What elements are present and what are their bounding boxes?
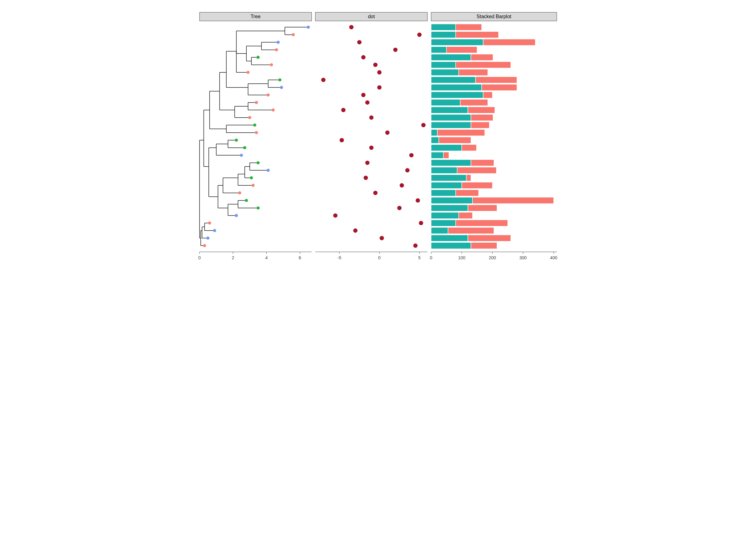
tree-tip-point [292, 33, 295, 36]
tree-tip-point [203, 244, 206, 247]
tree-tip-point [270, 63, 273, 66]
bar-segment-red [468, 205, 497, 211]
tree-tip-point [238, 191, 241, 195]
tree-tip-point [246, 71, 249, 74]
bar-segment-teal [431, 197, 472, 204]
dot-point [393, 48, 398, 52]
dot-x-tick-label: -5 [337, 255, 341, 260]
bar-segment-red [458, 213, 472, 219]
facet-chart: TreedotStacked Barplot0246-5050100200300… [193, 6, 563, 268]
tree-tip-point [255, 101, 258, 104]
dot-point [369, 115, 373, 120]
bar-segment-teal [431, 69, 459, 76]
chart-svg: TreedotStacked Barplot0246-5050100200300… [193, 6, 563, 268]
tree-tip-point [276, 41, 279, 44]
bar-segment-red [455, 220, 508, 226]
dot-point [421, 123, 426, 127]
bar-segment-red [457, 167, 496, 174]
tree-tip-point [245, 199, 248, 202]
bar-segment-teal [431, 145, 462, 151]
bar-segment-red [439, 137, 471, 144]
bar-segment-red [471, 122, 489, 128]
dot-plot [321, 25, 426, 248]
bar-segment-red [472, 197, 554, 204]
tree-tip-point [251, 184, 254, 187]
dot-point [333, 213, 338, 218]
bar-segment-teal [431, 167, 457, 174]
bar-x-tick-label: 0 [430, 255, 432, 260]
stacked-bar-plot [431, 24, 554, 249]
dot-point [397, 206, 401, 210]
bar-segment-red [446, 47, 477, 53]
bar-segment-teal [431, 122, 471, 128]
tree-tip-point [257, 161, 260, 164]
dot-point [417, 33, 422, 37]
tree-tip-point [248, 116, 251, 119]
dot-point [361, 93, 365, 97]
bar-segment-red [443, 152, 449, 159]
bar-segment-red [466, 175, 471, 181]
tree-tip-point [257, 56, 260, 59]
bar-segment-teal [431, 100, 460, 106]
bar-segment-teal [431, 190, 456, 196]
dot-point [379, 236, 384, 240]
dot-point [385, 131, 390, 135]
tree-plot [199, 25, 310, 247]
dot-point [409, 153, 414, 157]
dot-panel-title: dot [368, 14, 375, 19]
bar-segment-teal [431, 213, 459, 219]
bar-segment-teal [431, 137, 439, 144]
dot-point [353, 228, 357, 233]
bar-segment-teal [431, 129, 437, 136]
tree-tip-point [206, 236, 209, 239]
tree-tip-point [272, 108, 275, 111]
tree-tip-point [239, 154, 243, 157]
bar-x-tick-label: 200 [489, 255, 496, 260]
dot-point [419, 221, 423, 225]
tree-tip-point [257, 206, 260, 209]
bar-segment-teal [431, 175, 466, 181]
dot-point [357, 40, 361, 44]
bar-segment-teal [431, 47, 446, 53]
dot-point [405, 168, 409, 172]
dot-point [399, 183, 404, 187]
dot-point [349, 25, 354, 29]
tree-tip-point [235, 139, 238, 142]
dot-x-tick-label: 5 [418, 255, 421, 260]
dot-point [377, 85, 382, 90]
dot-x-tick-label: 0 [378, 255, 381, 260]
bar-x-tick-label: 400 [550, 255, 557, 260]
bar-segment-teal [431, 152, 443, 159]
dot-point [373, 63, 378, 67]
bar-segment-red [483, 39, 535, 46]
tree-x-tick-label: 6 [299, 255, 301, 260]
tree-tip-point [266, 93, 270, 96]
dot-point [415, 198, 420, 203]
bar-segment-red [471, 159, 494, 166]
tree-tip-point [275, 48, 278, 52]
bar-segment-red [455, 62, 511, 68]
dot-point [377, 70, 382, 74]
bar-segment-teal [431, 24, 456, 30]
tree-tip-point [235, 214, 238, 217]
tree-tip-point [213, 229, 216, 232]
bar-x-tick-label: 100 [458, 255, 465, 260]
dot-point [363, 176, 368, 180]
bar-segment-teal [431, 227, 448, 234]
bar-segment-teal [431, 159, 471, 166]
tree-tip-point [280, 86, 283, 89]
bar-segment-red [462, 145, 477, 151]
bar-segment-red [476, 77, 517, 83]
bar-segment-red [448, 227, 494, 234]
bar-segment-red [455, 24, 482, 30]
bar-segment-teal [431, 31, 456, 38]
bar-segment-red [460, 100, 488, 106]
bar-segment-red [462, 182, 492, 189]
tree-tip-point [307, 25, 310, 29]
bar-segment-teal [431, 114, 471, 121]
dot-point [413, 244, 418, 248]
bar-segment-red [483, 92, 492, 98]
tree-x-tick-label: 4 [265, 255, 268, 260]
dot-point [369, 145, 373, 150]
bar-segment-teal [431, 77, 476, 83]
